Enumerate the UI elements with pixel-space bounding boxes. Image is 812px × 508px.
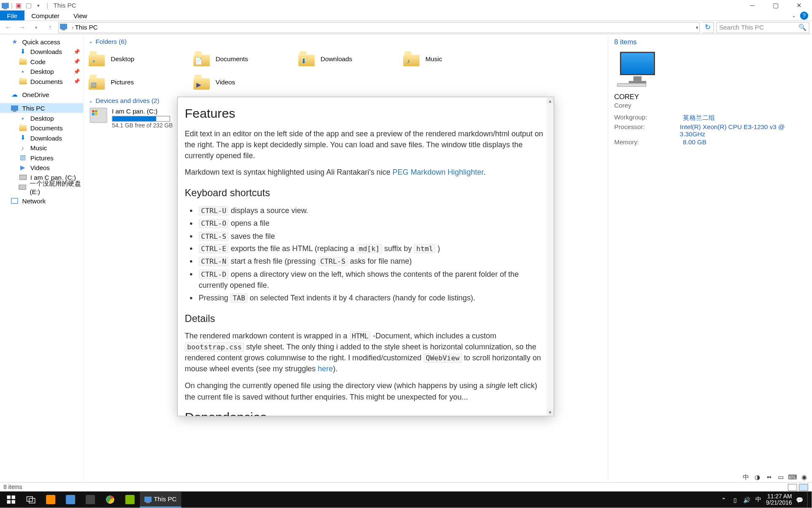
- folder-documents[interactable]: 📄Documents: [193, 47, 298, 70]
- item-count: 8 items: [614, 38, 806, 46]
- detail-memory: Memory:8.00 GB: [614, 138, 806, 146]
- minimize-button[interactable]: ─: [741, 0, 764, 11]
- gadget-icon[interactable]: ▭: [777, 473, 785, 481]
- tray-clock[interactable]: 11:27 AM 9/21/2016: [766, 493, 792, 506]
- view-large-button[interactable]: [799, 484, 808, 491]
- pin-icon: 📌: [73, 68, 80, 74]
- qat-properties-icon[interactable]: ▣: [14, 1, 22, 9]
- search-icon: 🔍: [798, 24, 807, 31]
- heading-features: Features: [185, 104, 546, 123]
- tab-view[interactable]: View: [66, 11, 94, 20]
- pc-icon: [144, 496, 152, 501]
- drive-free-text: 54.1 GB free of 232 GB: [112, 122, 173, 129]
- gadget-icon[interactable]: ••: [765, 473, 773, 481]
- gadget-icon[interactable]: ◑: [753, 473, 761, 481]
- taskbar-this-pc[interactable]: This PC: [140, 492, 181, 508]
- drive-name: I am C pan. (C:): [112, 108, 173, 115]
- close-button[interactable]: ✕: [787, 0, 810, 11]
- address-bar[interactable]: › This PC ▾: [58, 22, 700, 33]
- up-button[interactable]: ↑: [44, 22, 56, 33]
- gadget-icon[interactable]: ⌨: [788, 473, 796, 481]
- folder-downloads[interactable]: ⬇Downloads: [299, 47, 403, 70]
- qat-new-icon[interactable]: ▢: [24, 1, 33, 9]
- nav-pc-videos[interactable]: ▶Videos: [0, 162, 83, 172]
- action-center-icon[interactable]: 💬: [796, 495, 804, 503]
- breadcrumb-chevron-icon[interactable]: ›: [72, 24, 74, 31]
- recent-dropdown[interactable]: ▾: [30, 22, 42, 33]
- tray-ime[interactable]: 中: [754, 495, 762, 503]
- nav-qa-desktop[interactable]: ▪Desktop📌: [0, 66, 83, 76]
- scroll-down-icon[interactable]: ▾: [546, 409, 554, 416]
- network-icon: [11, 197, 19, 205]
- folder-music[interactable]: ♪Music: [403, 47, 508, 70]
- disk-icon: [19, 183, 26, 191]
- download-icon: ⬇: [19, 47, 27, 55]
- qat-dropdown-icon[interactable]: ▾: [34, 1, 42, 9]
- back-button[interactable]: ←: [3, 22, 14, 33]
- nav-pc-desktop[interactable]: ▪Desktop: [0, 113, 83, 123]
- start-button[interactable]: [1, 492, 21, 508]
- svg-rect-4: [7, 495, 11, 499]
- nav-pc-music[interactable]: ♪Music: [0, 143, 83, 152]
- overlay-scrollbar[interactable]: ▴ ▾: [546, 97, 554, 416]
- gadget-icon[interactable]: 中: [742, 473, 750, 481]
- qat-sep: |: [11, 2, 13, 9]
- pc-icon: [11, 104, 19, 112]
- computer-image: [614, 52, 661, 87]
- help-icon[interactable]: ?: [800, 11, 808, 19]
- download-icon: ⬇: [19, 134, 27, 142]
- search-input[interactable]: Search This PC 🔍: [716, 22, 809, 33]
- nav-onedrive[interactable]: ☁OneDrive: [0, 90, 83, 100]
- search-placeholder: Search This PC: [719, 24, 764, 31]
- taskbar-app-4[interactable]: [120, 492, 140, 508]
- markdown-preview-window[interactable]: ▴ ▾ Features Edit text in an editor on t…: [177, 97, 554, 416]
- folder-videos[interactable]: ▶Videos: [193, 70, 298, 94]
- videos-icon: ▶: [19, 163, 27, 171]
- drive-icon: [90, 108, 107, 123]
- nav-qa-documents[interactable]: Documents📌: [0, 76, 83, 86]
- detail-workgroup: Workgroup:英格兰二组: [614, 113, 806, 122]
- nav-pc-pictures[interactable]: ▧Pictures: [0, 153, 83, 162]
- folder-pictures[interactable]: ▧Pictures: [89, 70, 193, 94]
- pin-icon: 📌: [73, 59, 80, 65]
- show-desktop-button[interactable]: [807, 492, 809, 508]
- link-here[interactable]: here: [318, 365, 333, 373]
- forward-button[interactable]: →: [16, 22, 28, 33]
- task-view-button[interactable]: [21, 492, 41, 508]
- breadcrumb-location[interactable]: This PC: [75, 24, 98, 31]
- taskbar-app-3[interactable]: [80, 492, 100, 508]
- taskbar-app-2[interactable]: [61, 492, 81, 508]
- nav-pc-downloads[interactable]: ⬇Downloads: [0, 133, 83, 143]
- folder-desktop[interactable]: ▪Desktop: [89, 47, 193, 70]
- star-icon: ★: [11, 38, 19, 46]
- view-details-button[interactable]: [788, 484, 797, 491]
- link-peg-highlighter[interactable]: PEG Markdown Highlighter: [393, 168, 483, 177]
- group-folders-header[interactable]: ⌄Folders (6): [89, 38, 603, 45]
- tab-computer[interactable]: Computer: [24, 11, 67, 20]
- system-tray: ⌃ ▯ 🔊 中 11:27 AM 9/21/2016 💬: [720, 492, 811, 508]
- nav-pc-documents[interactable]: Documents: [0, 123, 83, 132]
- app-icon: [1, 1, 9, 9]
- maximize-button[interactable]: ▢: [764, 0, 787, 11]
- desktop-icon: ▪: [19, 114, 27, 122]
- taskbar-app-1[interactable]: [41, 492, 61, 508]
- tray-chevron-icon[interactable]: ⌃: [720, 495, 728, 503]
- nav-pc-drive-e[interactable]: 一个没屁用的硬盘 (E:): [0, 182, 83, 192]
- nav-this-pc[interactable]: This PC: [0, 103, 83, 113]
- nav-qa-downloads[interactable]: ⬇Downloads📌: [0, 46, 83, 56]
- svg-rect-7: [12, 500, 15, 503]
- nav-quick-access[interactable]: ★Quick access: [0, 37, 83, 46]
- nav-network[interactable]: Network: [0, 196, 83, 205]
- tab-file[interactable]: File: [0, 11, 24, 20]
- tray-volume-icon[interactable]: 🔊: [743, 495, 751, 503]
- scroll-up-icon[interactable]: ▴: [546, 97, 554, 104]
- taskbar-chrome[interactable]: [100, 492, 120, 508]
- ribbon-expand-icon[interactable]: ⌄: [792, 13, 796, 19]
- svg-rect-1: [95, 110, 98, 113]
- refresh-button[interactable]: ↻: [702, 22, 714, 33]
- tray-network-icon[interactable]: ▯: [731, 495, 739, 503]
- detail-processor: Processor:Intel(R) Xeon(R) CPU E3-1230 v…: [614, 124, 806, 138]
- address-dropdown-icon[interactable]: ▾: [696, 25, 698, 30]
- gadget-icon[interactable]: ◉: [800, 473, 808, 481]
- nav-qa-code[interactable]: Code📌: [0, 57, 83, 66]
